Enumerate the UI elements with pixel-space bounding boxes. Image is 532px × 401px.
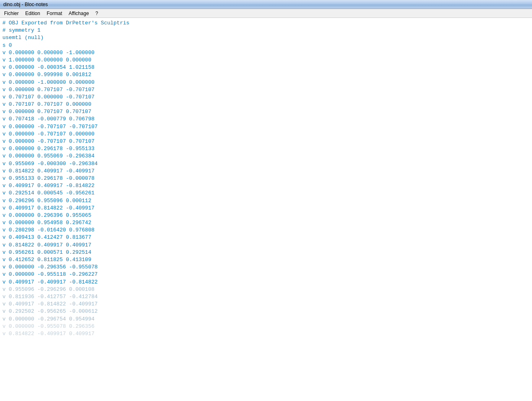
text-line: v 0.409917 -0.814822 -0.409917	[2, 301, 530, 308]
text-line: v 0.707107 0.707107 0.000000	[2, 101, 530, 108]
text-line: v 0.000000 0.955069 -0.296384	[2, 153, 530, 160]
title-bar-text: dino.obj - Bloc-notes	[3, 2, 48, 7]
text-line: v 0.292502 -0.956265 -0.000612	[2, 308, 530, 315]
menu-affichage[interactable]: Affichage	[65, 10, 92, 17]
text-line: s 0	[2, 42, 530, 49]
menu-edition[interactable]: Edition	[22, 10, 44, 17]
text-line: v 0.955096 -0.296296 0.000108	[2, 286, 530, 293]
text-content: # OBJ Exported from DrPetter's Sculptris…	[2, 20, 530, 338]
text-line: v 0.811936 -0.412757 -0.412784	[2, 293, 530, 301]
text-line: v 0.955133 0.296178 -0.000078	[2, 175, 530, 182]
text-line: v 0.707418 -0.000779 0.706798	[2, 116, 530, 123]
text-line: v 0.955069 -0.000300 -0.296384	[2, 160, 530, 168]
text-line: v 0.296296 0.955096 0.000112	[2, 197, 530, 205]
menu-bar: Fichier Edition Format Affichage ?	[0, 9, 532, 18]
text-line: v 0.814822 -0.409917 0.409917	[2, 330, 530, 338]
text-line: v 0.409917 -0.409917 -0.814822	[2, 279, 530, 286]
text-line: v 0.814822 0.409917 -0.409917	[2, 168, 530, 175]
text-line: v 0.409917 0.409917 -0.814822	[2, 182, 530, 190]
text-line: v 1.000000 0.000000 0.000000	[2, 57, 530, 64]
text-line: v 0.000000 0.999998 0.001812	[2, 71, 530, 78]
text-line: v 0.000000 -0.955118 -0.296227	[2, 271, 530, 278]
text-line: v 0.292514 0.000545 -0.956261	[2, 190, 530, 197]
text-line: v 0.280298 -0.016420 0.976808	[2, 227, 530, 234]
text-line: v 0.000000 0.000000 -1.000000	[2, 49, 530, 57]
text-line: v 0.000000 0.296396 0.955065	[2, 212, 530, 219]
title-bar: dino.obj - Bloc-notes	[0, 0, 532, 9]
text-line: v 0.814822 0.409917 0.409917	[2, 242, 530, 249]
text-line: # symmetry 1	[2, 27, 530, 34]
text-line: v 0.000000 -0.296356 -0.955078	[2, 264, 530, 271]
text-line: v 0.000000 -0.000354 1.021158	[2, 64, 530, 71]
text-line: v 0.000000 0.954958 0.296742	[2, 219, 530, 227]
text-line: v 0.412652 0.811825 0.413109	[2, 256, 530, 264]
text-line: v 0.000000 -0.955078 0.296356	[2, 323, 530, 330]
text-line: # OBJ Exported from DrPetter's Sculptris	[2, 20, 530, 27]
text-line: v 0.409917 0.814822 -0.409917	[2, 205, 530, 212]
text-line: v 0.000000 -1.000000 0.000000	[2, 79, 530, 86]
text-line: v 0.000000 -0.707107 0.000000	[2, 131, 530, 138]
text-line: v 0.409413 0.412427 0.813677	[2, 234, 530, 241]
text-line: v 0.000000 0.296178 -0.955133	[2, 145, 530, 153]
text-line: v 0.000000 0.707107 -0.707107	[2, 86, 530, 94]
menu-format[interactable]: Format	[44, 10, 65, 17]
text-line: v 0.707107 0.000000 -0.707107	[2, 94, 530, 101]
menu-fichier[interactable]: Fichier	[1, 10, 22, 17]
text-line: v 0.000000 0.707107 0.707107	[2, 108, 530, 116]
text-line: usemtl (null)	[2, 34, 530, 41]
text-line: v 0.956261 0.000571 0.292514	[2, 249, 530, 256]
content-area[interactable]: # OBJ Exported from DrPetter's Sculptris…	[0, 18, 532, 401]
menu-help[interactable]: ?	[92, 10, 102, 17]
text-line: v 0.000000 -0.707107 0.707107	[2, 138, 530, 145]
text-line: v 0.000000 -0.707107 -0.707107	[2, 123, 530, 131]
text-line: v 0.000000 -0.296754 0.954994	[2, 316, 530, 323]
